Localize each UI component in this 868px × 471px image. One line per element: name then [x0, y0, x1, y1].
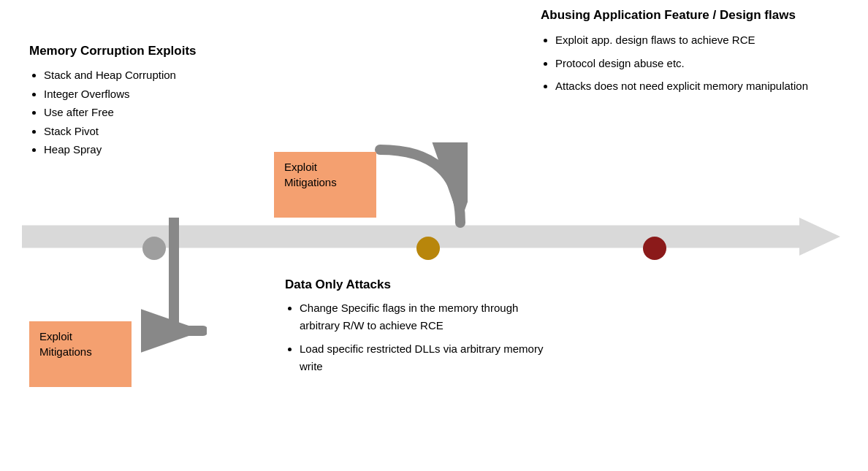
data-attacks-list: Change Specific flags in the memory thro…: [285, 299, 555, 375]
exploit-mitigations-top-label: ExploitMitigations: [284, 161, 337, 188]
section-abusing-application: Abusing Application Feature / Design fla…: [541, 7, 833, 100]
section-data-attacks: Data Only Attacks Change Specific flags …: [285, 277, 555, 381]
list-item: Load specific restricted DLLs via arbitr…: [300, 340, 555, 375]
list-item: Use after Free: [44, 103, 292, 122]
list-item: Protocol design abuse etc.: [555, 54, 833, 73]
list-item: Integer Overflows: [44, 85, 292, 104]
diagram-container: Memory Corruption Exploits Stack and Hea…: [0, 0, 868, 471]
list-item: Heap Spray: [44, 140, 292, 159]
dot-red: [643, 237, 666, 260]
down-right-arrow-icon: [141, 218, 207, 364]
data-attacks-heading: Data Only Attacks: [285, 277, 555, 292]
section-memory-corruption: Memory Corruption Exploits Stack and Hea…: [29, 44, 292, 159]
list-item: Stack Pivot: [44, 122, 292, 141]
list-item: Attacks does not need explicit memory ma…: [555, 77, 833, 96]
list-item: Change Specific flags in the memory thro…: [300, 299, 555, 334]
list-item: Stack and Heap Corruption: [44, 66, 292, 85]
exploit-mitigations-bottom-box: ExploitMitigations: [29, 321, 132, 387]
dot-amber: [416, 237, 440, 260]
exploit-mitigations-top-box: ExploitMitigations: [274, 152, 376, 218]
curved-arrow-icon: [373, 142, 468, 237]
memory-corruption-list: Stack and Heap CorruptionInteger Overflo…: [29, 66, 292, 159]
list-item: Exploit app. design flaws to achieve RCE: [555, 31, 833, 50]
memory-corruption-heading: Memory Corruption Exploits: [29, 44, 292, 58]
abusing-application-list: Exploit app. design flaws to achieve RCE…: [541, 31, 833, 96]
exploit-mitigations-bottom-label: ExploitMitigations: [39, 330, 92, 358]
abusing-application-heading: Abusing Application Feature / Design fla…: [541, 7, 833, 23]
